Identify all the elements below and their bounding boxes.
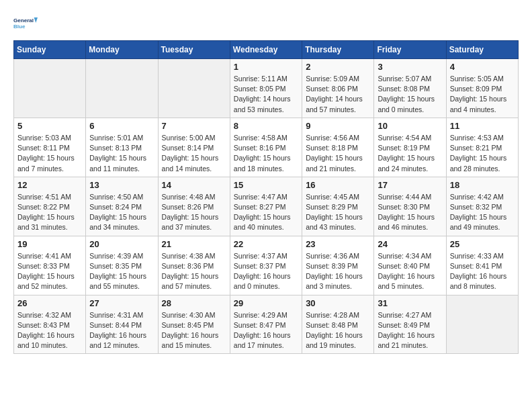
day-info: Sunrise: 4:32 AM Sunset: 8:43 PM Dayligh… (17, 310, 82, 351)
weekday-header-sunday: Sunday (14, 41, 86, 59)
day-info: Sunrise: 4:33 AM Sunset: 8:41 PM Dayligh… (450, 251, 515, 292)
day-info: Sunrise: 5:00 AM Sunset: 8:14 PM Dayligh… (162, 133, 226, 174)
day-info: Sunrise: 5:11 AM Sunset: 8:05 PM Dayligh… (234, 74, 298, 115)
svg-text:General: General (13, 17, 34, 24)
calendar-day-cell: 9Sunrise: 4:56 AM Sunset: 8:18 PM Daylig… (302, 118, 374, 177)
calendar-day-cell: 16Sunrise: 4:45 AM Sunset: 8:29 PM Dayli… (302, 177, 374, 236)
day-info: Sunrise: 5:07 AM Sunset: 8:08 PM Dayligh… (378, 74, 442, 115)
calendar-day-cell: 25Sunrise: 4:33 AM Sunset: 8:41 PM Dayli… (446, 236, 518, 295)
day-number: 6 (89, 121, 154, 131)
calendar-day-cell: 30Sunrise: 4:28 AM Sunset: 8:48 PM Dayli… (302, 295, 374, 354)
calendar-day-cell (446, 295, 518, 354)
calendar-day-cell (14, 59, 86, 118)
calendar-day-cell: 22Sunrise: 4:37 AM Sunset: 8:37 PM Dayli… (230, 236, 302, 295)
weekday-header-monday: Monday (86, 41, 158, 59)
calendar-week-row: 5Sunrise: 5:03 AM Sunset: 8:11 PM Daylig… (14, 118, 519, 177)
day-number: 5 (17, 121, 82, 131)
day-number: 28 (162, 298, 226, 308)
day-number: 30 (306, 298, 370, 308)
calendar-week-row: 26Sunrise: 4:32 AM Sunset: 8:43 PM Dayli… (14, 295, 519, 354)
day-info: Sunrise: 4:48 AM Sunset: 8:26 PM Dayligh… (162, 192, 226, 233)
calendar-day-cell: 27Sunrise: 4:31 AM Sunset: 8:44 PM Dayli… (86, 295, 158, 354)
logo: GeneralBlue (13, 11, 38, 35)
day-info: Sunrise: 4:28 AM Sunset: 8:48 PM Dayligh… (306, 310, 370, 351)
day-number: 12 (17, 180, 82, 190)
day-info: Sunrise: 5:03 AM Sunset: 8:11 PM Dayligh… (17, 133, 82, 174)
calendar-week-row: 19Sunrise: 4:41 AM Sunset: 8:33 PM Dayli… (14, 236, 519, 295)
calendar-week-row: 12Sunrise: 4:51 AM Sunset: 8:22 PM Dayli… (14, 177, 519, 236)
day-number: 24 (378, 239, 442, 249)
calendar-day-cell: 7Sunrise: 5:00 AM Sunset: 8:14 PM Daylig… (158, 118, 230, 177)
calendar-week-row: 1Sunrise: 5:11 AM Sunset: 8:05 PM Daylig… (14, 59, 519, 118)
day-number: 2 (306, 62, 370, 72)
weekday-header-friday: Friday (374, 41, 446, 59)
calendar-day-cell: 15Sunrise: 4:47 AM Sunset: 8:27 PM Dayli… (230, 177, 302, 236)
logo-icon: GeneralBlue (13, 11, 38, 35)
day-info: Sunrise: 4:27 AM Sunset: 8:49 PM Dayligh… (378, 310, 442, 351)
day-number: 13 (89, 180, 154, 190)
calendar-day-cell: 14Sunrise: 4:48 AM Sunset: 8:26 PM Dayli… (158, 177, 230, 236)
day-number: 29 (234, 298, 298, 308)
weekday-header-thursday: Thursday (302, 41, 374, 59)
day-number: 7 (162, 121, 226, 131)
day-info: Sunrise: 4:29 AM Sunset: 8:47 PM Dayligh… (234, 310, 298, 351)
day-info: Sunrise: 4:42 AM Sunset: 8:32 PM Dayligh… (450, 192, 515, 233)
day-number: 15 (234, 180, 298, 190)
day-number: 11 (450, 121, 515, 131)
day-number: 31 (378, 298, 442, 308)
day-info: Sunrise: 4:58 AM Sunset: 8:16 PM Dayligh… (234, 133, 298, 174)
day-info: Sunrise: 4:31 AM Sunset: 8:44 PM Dayligh… (89, 310, 154, 351)
day-number: 21 (162, 239, 226, 249)
day-number: 18 (450, 180, 515, 190)
page-header: GeneralBlue (13, 11, 519, 35)
day-number: 3 (378, 62, 442, 72)
calendar-day-cell: 4Sunrise: 5:05 AM Sunset: 8:09 PM Daylig… (446, 59, 518, 118)
day-info: Sunrise: 4:47 AM Sunset: 8:27 PM Dayligh… (234, 192, 298, 233)
day-number: 14 (162, 180, 226, 190)
svg-marker-2 (34, 17, 38, 23)
calendar-day-cell: 10Sunrise: 4:54 AM Sunset: 8:19 PM Dayli… (374, 118, 446, 177)
calendar-day-cell: 5Sunrise: 5:03 AM Sunset: 8:11 PM Daylig… (14, 118, 86, 177)
calendar-day-cell: 12Sunrise: 4:51 AM Sunset: 8:22 PM Dayli… (14, 177, 86, 236)
day-number: 16 (306, 180, 370, 190)
calendar-day-cell: 18Sunrise: 4:42 AM Sunset: 8:32 PM Dayli… (446, 177, 518, 236)
weekday-header-saturday: Saturday (446, 41, 518, 59)
day-number: 27 (89, 298, 154, 308)
calendar-day-cell: 3Sunrise: 5:07 AM Sunset: 8:08 PM Daylig… (374, 59, 446, 118)
day-number: 26 (17, 298, 82, 308)
day-info: Sunrise: 4:38 AM Sunset: 8:36 PM Dayligh… (162, 251, 226, 292)
day-info: Sunrise: 5:01 AM Sunset: 8:13 PM Dayligh… (89, 133, 154, 174)
day-number: 8 (234, 121, 298, 131)
calendar-day-cell: 20Sunrise: 4:39 AM Sunset: 8:35 PM Dayli… (86, 236, 158, 295)
calendar-day-cell (158, 59, 230, 118)
calendar-day-cell: 23Sunrise: 4:36 AM Sunset: 8:39 PM Dayli… (302, 236, 374, 295)
day-number: 22 (234, 239, 298, 249)
day-info: Sunrise: 5:09 AM Sunset: 8:06 PM Dayligh… (306, 74, 370, 115)
day-info: Sunrise: 4:36 AM Sunset: 8:39 PM Dayligh… (306, 251, 370, 292)
calendar-day-cell: 11Sunrise: 4:53 AM Sunset: 8:21 PM Dayli… (446, 118, 518, 177)
weekday-header-row: SundayMondayTuesdayWednesdayThursdayFrid… (14, 41, 519, 59)
day-info: Sunrise: 4:37 AM Sunset: 8:37 PM Dayligh… (234, 251, 298, 292)
day-info: Sunrise: 4:30 AM Sunset: 8:45 PM Dayligh… (162, 310, 226, 351)
weekday-header-tuesday: Tuesday (158, 41, 230, 59)
calendar-day-cell: 2Sunrise: 5:09 AM Sunset: 8:06 PM Daylig… (302, 59, 374, 118)
day-number: 23 (306, 239, 370, 249)
day-number: 4 (450, 62, 515, 72)
day-number: 9 (306, 121, 370, 131)
day-number: 1 (234, 62, 298, 72)
day-info: Sunrise: 5:05 AM Sunset: 8:09 PM Dayligh… (450, 74, 515, 115)
day-number: 25 (450, 239, 515, 249)
calendar-day-cell: 13Sunrise: 4:50 AM Sunset: 8:24 PM Dayli… (86, 177, 158, 236)
day-info: Sunrise: 4:53 AM Sunset: 8:21 PM Dayligh… (450, 133, 515, 174)
calendar-day-cell (86, 59, 158, 118)
day-info: Sunrise: 4:44 AM Sunset: 8:30 PM Dayligh… (378, 192, 442, 233)
calendar-day-cell: 29Sunrise: 4:29 AM Sunset: 8:47 PM Dayli… (230, 295, 302, 354)
day-info: Sunrise: 4:45 AM Sunset: 8:29 PM Dayligh… (306, 192, 370, 233)
day-number: 17 (378, 180, 442, 190)
calendar-day-cell: 17Sunrise: 4:44 AM Sunset: 8:30 PM Dayli… (374, 177, 446, 236)
calendar-day-cell: 6Sunrise: 5:01 AM Sunset: 8:13 PM Daylig… (86, 118, 158, 177)
day-number: 10 (378, 121, 442, 131)
day-info: Sunrise: 4:56 AM Sunset: 8:18 PM Dayligh… (306, 133, 370, 174)
calendar-day-cell: 28Sunrise: 4:30 AM Sunset: 8:45 PM Dayli… (158, 295, 230, 354)
day-info: Sunrise: 4:39 AM Sunset: 8:35 PM Dayligh… (89, 251, 154, 292)
